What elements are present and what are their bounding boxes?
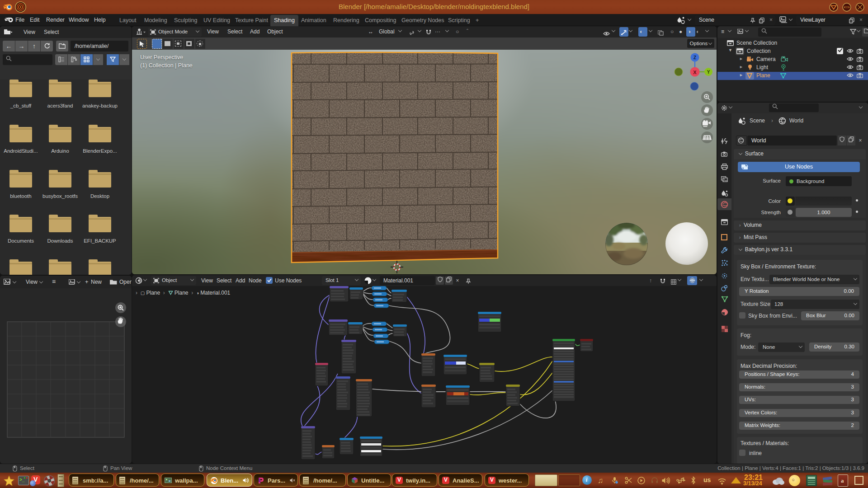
svg-text:X: X bbox=[693, 70, 697, 75]
svg-text:Y: Y bbox=[707, 70, 710, 75]
svg-text:Z: Z bbox=[693, 55, 696, 60]
